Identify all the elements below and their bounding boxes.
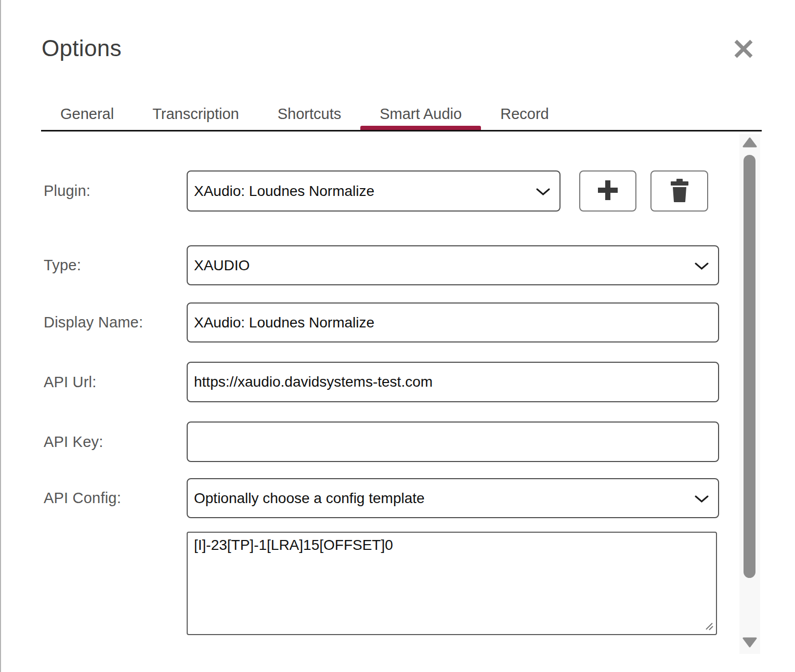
api-url-input[interactable]: [187, 362, 719, 402]
type-label: Type:: [44, 257, 187, 274]
type-row: Type: XAUDIO: [44, 245, 719, 285]
display-name-input[interactable]: [187, 302, 719, 342]
api-key-row: API Key:: [44, 421, 719, 462]
plus-icon: [595, 178, 620, 204]
api-url-label: API Url:: [44, 374, 187, 391]
plugin-select[interactable]: XAudio: Loudnes Normalize: [187, 170, 561, 212]
chevron-down-icon: [695, 257, 709, 274]
vertical-scrollbar[interactable]: [739, 134, 760, 654]
chevron-down-icon: [536, 183, 550, 200]
tab-record[interactable]: Record: [481, 100, 568, 130]
chevron-down-icon: [695, 490, 709, 507]
trash-icon: [668, 178, 691, 204]
api-key-input[interactable]: [187, 421, 719, 462]
api-config-select-value: Optionally choose a config template: [194, 490, 425, 507]
display-name-label: Display Name:: [44, 314, 187, 331]
scroll-up-arrow-icon[interactable]: [742, 137, 757, 148]
api-url-row: API Url:: [44, 362, 719, 402]
type-select-value: XAUDIO: [194, 257, 250, 274]
tab-transcription[interactable]: Transcription: [133, 100, 258, 130]
plugin-select-value: XAudio: Loudnes Normalize: [194, 183, 374, 200]
api-config-textarea[interactable]: [I]-23[TP]-1[LRA]15[OFFSET]0: [187, 532, 717, 635]
api-config-row: API Config: Optionally choose a config t…: [44, 478, 719, 518]
display-name-row: Display Name:: [44, 302, 719, 342]
tab-general[interactable]: General: [41, 100, 133, 130]
api-config-select[interactable]: Optionally choose a config template: [187, 478, 719, 518]
plugin-label: Plugin:: [44, 182, 187, 200]
delete-plugin-button[interactable]: [650, 170, 708, 212]
scrollbar-thumb[interactable]: [744, 155, 755, 578]
tab-shortcuts[interactable]: Shortcuts: [258, 100, 361, 130]
tab-bar: General Transcription Shortcuts Smart Au…: [41, 100, 762, 131]
scroll-down-arrow-icon[interactable]: [742, 637, 757, 648]
api-config-label: API Config:: [44, 490, 187, 507]
api-key-label: API Key:: [44, 433, 187, 451]
tab-smart-audio[interactable]: Smart Audio: [360, 100, 481, 130]
dialog-title: Options: [42, 35, 122, 61]
close-icon: [732, 37, 755, 62]
plugin-row: Plugin: XAudio: Loudnes Normalize: [44, 170, 708, 212]
type-select[interactable]: XAUDIO: [187, 245, 719, 285]
close-button[interactable]: [730, 36, 757, 63]
add-plugin-button[interactable]: [579, 170, 636, 212]
options-dialog: Options General Transcription Shortcuts …: [0, 0, 795, 672]
